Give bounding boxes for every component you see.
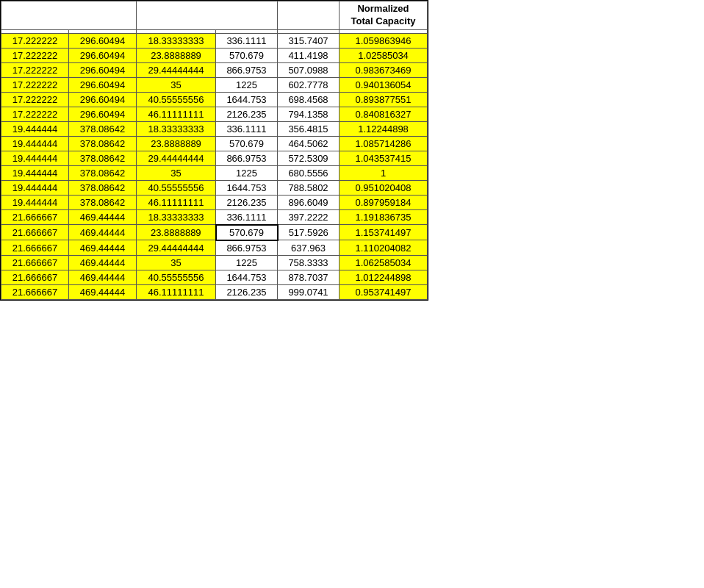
- cell-z: 0.951020408: [340, 180, 428, 195]
- cell-y: 29.44444444: [137, 151, 216, 165]
- cell-y: 18.33333333: [137, 121, 216, 136]
- cell-x2: 296.60494: [69, 62, 137, 77]
- cell-x: 19.444444: [1, 136, 69, 151]
- table-row: 19.444444378.0864240.555555561644.753788…: [1, 180, 428, 195]
- cell-y: 18.33333333: [137, 209, 216, 225]
- cell-x: 17.222222: [1, 107, 69, 121]
- table-row: 17.222222296.6049446.111111112126.235794…: [1, 107, 428, 121]
- cell-y2: 336.1111: [216, 209, 278, 225]
- table-row: 21.666667469.4444446.111111112126.235999…: [1, 284, 428, 299]
- cell-x: 21.666667: [1, 240, 69, 256]
- cell-x2: 469.44444: [69, 225, 137, 240]
- cell-x: 17.222222: [1, 48, 69, 62]
- cell-y2: 1225: [216, 255, 278, 270]
- cell-y2: 1225: [216, 77, 278, 92]
- table-row: 17.222222296.6049418.33333333336.1111315…: [1, 33, 428, 48]
- cell-x: 19.444444: [1, 165, 69, 180]
- table-body: 17.222222296.6049418.33333333336.1111315…: [1, 33, 428, 299]
- cell-z: 1.012244898: [340, 270, 428, 284]
- cell-x2: 469.44444: [69, 255, 137, 270]
- twb-group-header: [1, 1, 137, 30]
- data-table: NormalizedTotal Capacity 17.222222296.60…: [1, 1, 428, 300]
- cell-y2: 570.679: [216, 225, 278, 240]
- cell-x2: 469.44444: [69, 284, 137, 299]
- cell-x2: 378.08642: [69, 180, 137, 195]
- cell-x: 21.666667: [1, 284, 69, 299]
- cell-xy: 788.5802: [278, 180, 340, 195]
- cell-y2: 2126.235: [216, 284, 278, 299]
- cell-y: 40.55555556: [137, 92, 216, 107]
- cell-x2: 378.08642: [69, 165, 137, 180]
- cell-z: 0.940136054: [340, 77, 428, 92]
- cell-x: 17.222222: [1, 77, 69, 92]
- cell-xy: 411.4198: [278, 48, 340, 62]
- table-row: 19.444444378.0864223.8888889570.679464.5…: [1, 136, 428, 151]
- cell-xy: 356.4815: [278, 121, 340, 136]
- cell-y2: 336.1111: [216, 121, 278, 136]
- table-row: 17.222222296.60494351225602.77780.940136…: [1, 77, 428, 92]
- cell-y: 40.55555556: [137, 270, 216, 284]
- cell-z: 0.840816327: [340, 107, 428, 121]
- cell-z: 0.953741497: [340, 284, 428, 299]
- cell-y: 18.33333333: [137, 33, 216, 48]
- cell-y: 35: [137, 255, 216, 270]
- cell-y2: 1644.753: [216, 92, 278, 107]
- empty-header: [278, 1, 340, 30]
- cell-xy: 464.5062: [278, 136, 340, 151]
- table-row: 17.222222296.6049423.8888889570.679411.4…: [1, 48, 428, 62]
- norm-header: NormalizedTotal Capacity: [340, 1, 428, 30]
- cell-y2: 866.9753: [216, 240, 278, 256]
- cell-xy: 397.2222: [278, 209, 340, 225]
- cell-xy: 896.6049: [278, 195, 340, 209]
- cell-xy: 878.7037: [278, 270, 340, 284]
- cell-y2: 336.1111: [216, 33, 278, 48]
- cell-x: 21.666667: [1, 270, 69, 284]
- cell-z: 0.897959184: [340, 195, 428, 209]
- cell-x2: 378.08642: [69, 121, 137, 136]
- table-row: 21.666667469.4444440.555555561644.753878…: [1, 270, 428, 284]
- main-table-wrapper: NormalizedTotal Capacity 17.222222296.60…: [0, 0, 428, 301]
- cell-z: 0.893877551: [340, 92, 428, 107]
- cell-x: 17.222222: [1, 92, 69, 107]
- cell-y: 40.55555556: [137, 180, 216, 195]
- cell-z: 1.191836735: [340, 209, 428, 225]
- cell-z: 1.02585034: [340, 48, 428, 62]
- cell-xy: 572.5309: [278, 151, 340, 165]
- cell-z: 1.153741497: [340, 225, 428, 240]
- cell-y: 29.44444444: [137, 62, 216, 77]
- cell-x: 19.444444: [1, 195, 69, 209]
- cell-z: 0.983673469: [340, 62, 428, 77]
- group-header-row: NormalizedTotal Capacity: [1, 1, 428, 30]
- cell-xy: 507.0988: [278, 62, 340, 77]
- cell-x2: 378.08642: [69, 136, 137, 151]
- cell-y: 35: [137, 77, 216, 92]
- cell-z: 1.062585034: [340, 255, 428, 270]
- cell-y: 29.44444444: [137, 240, 216, 256]
- cell-y: 46.11111111: [137, 195, 216, 209]
- cell-x: 21.666667: [1, 225, 69, 240]
- table-row: 17.222222296.6049429.44444444866.9753507…: [1, 62, 428, 77]
- cell-z: 1.059863946: [340, 33, 428, 48]
- cell-x: 19.444444: [1, 180, 69, 195]
- cell-xy: 999.0741: [278, 284, 340, 299]
- table-row: 17.222222296.6049440.555555561644.753698…: [1, 92, 428, 107]
- cell-z: 1: [340, 165, 428, 180]
- tdb-group-header: [137, 1, 278, 30]
- cell-y2: 866.9753: [216, 151, 278, 165]
- cell-z: 1.043537415: [340, 151, 428, 165]
- cell-y2: 570.679: [216, 48, 278, 62]
- cell-xy: 794.1358: [278, 107, 340, 121]
- table-row: 21.666667469.4444418.33333333336.1111397…: [1, 209, 428, 225]
- cell-y2: 1225: [216, 165, 278, 180]
- table-row: 21.666667469.4444429.44444444866.9753637…: [1, 240, 428, 256]
- cell-z: 1.110204082: [340, 240, 428, 256]
- cell-x2: 469.44444: [69, 270, 137, 284]
- cell-x2: 296.60494: [69, 48, 137, 62]
- cell-x: 21.666667: [1, 209, 69, 225]
- table-row: 19.444444378.08642351225680.55561: [1, 165, 428, 180]
- cell-y2: 1644.753: [216, 180, 278, 195]
- cell-y: 35: [137, 165, 216, 180]
- cell-x2: 296.60494: [69, 33, 137, 48]
- table-row: 19.444444378.0864218.33333333336.1111356…: [1, 121, 428, 136]
- cell-x2: 378.08642: [69, 195, 137, 209]
